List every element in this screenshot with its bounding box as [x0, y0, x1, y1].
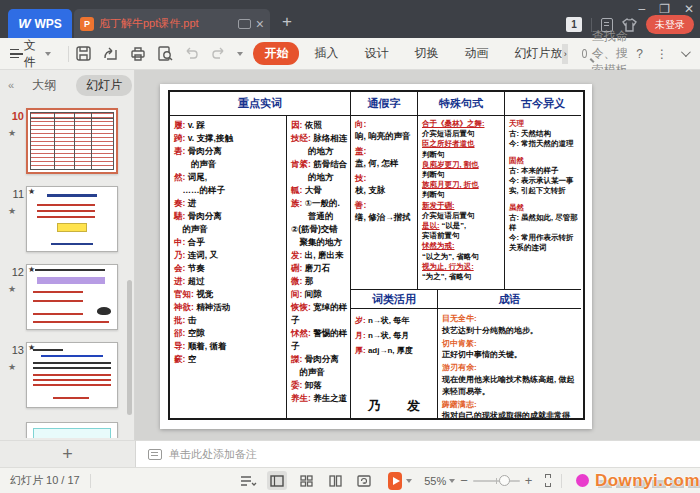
slide-number: 10: [4, 110, 24, 122]
sidebar-tabs: « 大纲 幻灯片: [0, 70, 134, 100]
slide-thumbnail-preview[interactable]: ★: [26, 264, 118, 330]
zoom-slider[interactable]: [473, 480, 520, 482]
slide-canvas[interactable]: 重点实词 通假字 特殊句式 古今异义 履: v. 踩踦: v. 支撑,接触砉: …: [136, 70, 700, 440]
entry: 族庖月更刀, 折也 判断句: [422, 180, 503, 200]
entry: 虽然 古: 虽然如此, 尽管那样 今: 常用作表示转折关系的连词: [509, 203, 580, 253]
entry: 然: 词尾, ……的样子: [174, 171, 285, 197]
document-tab[interactable]: P 庖丁解牛ppt课件.ppt ×: [74, 9, 270, 38]
file-menu-label: 文件: [24, 37, 40, 71]
entry: 踌躇满志: 指对自己的现状或取得的成就非常得意。: [442, 399, 579, 418]
ribbon-scroll-right-icon[interactable]: ›: [562, 44, 567, 64]
entry: 善: 缮, 修治→揩拭: [355, 200, 416, 223]
collapse-sidebar-icon[interactable]: «: [8, 79, 12, 91]
column-shici-2: 因: 依照技经: 脉络相连 的地方肯綮: 筋骨结合 的地方軱: 大骨族: ①一般…: [287, 116, 351, 418]
slide-thumbnail-preview[interactable]: ★: [26, 342, 118, 408]
table-header-tongjia: 通假字: [351, 92, 418, 116]
minimize-button[interactable]: –: [638, 2, 645, 16]
slide-thumbnail-preview[interactable]: ★: [26, 108, 118, 174]
entry: 砉: 骨肉分离 的声音: [174, 145, 285, 171]
maximize-button[interactable]: ❐: [659, 2, 670, 16]
search-icon: [582, 49, 587, 58]
slide-number: 11: [4, 188, 24, 200]
redo-icon[interactable]: [210, 45, 227, 62]
watermark-zone: Downyi.com: [576, 471, 700, 491]
play-options-icon[interactable]: [406, 479, 412, 483]
tab-close-icon[interactable]: ×: [256, 17, 264, 31]
wps-label: WPS: [34, 17, 61, 31]
undo-icon[interactable]: [183, 45, 200, 62]
entry: 軱: 大骨: [291, 184, 349, 197]
slide-thumbnail[interactable]: 10 ★ ★: [0, 102, 128, 180]
sidebar-scrollbar[interactable]: [127, 280, 132, 415]
tab-home[interactable]: 开始: [253, 42, 299, 65]
wps-home-tab[interactable]: W WPS: [8, 9, 72, 38]
entry: 盖: 盍, 何, 怎样: [355, 146, 416, 169]
entry: 向: 响, 响亮的声音: [355, 119, 416, 142]
animation-star-icon: ★: [8, 362, 16, 372]
slideshow-play-button[interactable]: [388, 472, 402, 490]
loop-playback-icon[interactable]: [354, 471, 374, 490]
entry: 月: n→状, 每月: [355, 328, 435, 343]
close-button[interactable]: ✕: [684, 2, 694, 16]
reading-view-icon[interactable]: [325, 471, 345, 490]
print-icon[interactable]: [129, 45, 146, 62]
huoyong-list: 岁: n→状, 每年月: n→状, 每月厚: adj→n, 厚度: [351, 309, 437, 358]
notes-toggle-icon[interactable]: [238, 471, 258, 490]
zoom-slider-midpoint: [496, 478, 497, 484]
save-icon[interactable]: [75, 45, 92, 62]
more-menu-icon[interactable]: ⋮: [656, 47, 668, 61]
login-button[interactable]: 未登录: [646, 15, 694, 34]
ppt-file-icon: P: [80, 17, 94, 31]
slide-thumbnail[interactable]: 13 ★ ★: [0, 336, 128, 414]
notes-bar[interactable]: 单击此处添加备注: [136, 440, 700, 467]
wps-presentation-window: W WPS P 庖丁解牛ppt课件.ppt × + – ❐ ✕ 1 未登录: [0, 0, 700, 493]
zoom-in-button[interactable]: +: [520, 473, 538, 488]
entry: 切中肯綮: 正好切中事情的关键。: [442, 338, 579, 362]
document-title: 庖丁解牛ppt课件.ppt: [99, 16, 233, 31]
zoom-level[interactable]: 55%: [424, 475, 455, 487]
slide-thumbnail-partial[interactable]: [0, 422, 128, 438]
entry: 乃: 连词, 又: [174, 249, 285, 262]
zoom-out-button[interactable]: −: [455, 473, 473, 488]
tab-transition[interactable]: 切换: [403, 42, 449, 65]
tab-insert[interactable]: 插入: [303, 42, 349, 65]
entry: 天理 古: 天然结构 今: 常指天然的道理: [509, 119, 580, 149]
entry: 怵然: 警惕的样子: [291, 327, 349, 353]
entry: 进: 超过: [174, 275, 285, 288]
add-slide-button[interactable]: +: [62, 446, 73, 462]
slide-sorter-icon[interactable]: [296, 471, 316, 490]
notes-placeholder: 单击此处添加备注: [169, 447, 257, 462]
current-slide[interactable]: 重点实词 通假字 特殊句式 古今异义 履: v. 踩踦: v. 支撑,接触砉: …: [160, 84, 592, 429]
entry: 发: 出, 磨出来: [291, 249, 349, 262]
column-gujin: 天理 古: 天然结构 今: 常指天然的道理固然 古: 本来的样子 今: 表示承认…: [505, 116, 581, 290]
slide-thumbnail-preview[interactable]: ★: [26, 186, 118, 252]
slide-thumbnail[interactable]: 12 ★ ★: [0, 258, 128, 336]
entry: 间: 间隙: [291, 288, 349, 301]
help-icon[interactable]: ?: [636, 47, 643, 61]
message-count-badge[interactable]: 1: [566, 17, 582, 32]
tab-animation[interactable]: 动画: [453, 42, 499, 65]
print-preview-icon[interactable]: [156, 45, 173, 62]
zoom-slider-handle[interactable]: [499, 475, 510, 486]
table-header-gujin: 古今异义: [505, 92, 581, 116]
tab-slideshow[interactable]: 幻灯片放: [503, 42, 564, 65]
collapse-ribbon-icon[interactable]: [681, 47, 691, 57]
promo-dot-icon[interactable]: [576, 474, 589, 487]
tab-outline[interactable]: 大纲: [22, 75, 66, 96]
entry: 謋: 骨肉分离 的声音: [291, 353, 349, 379]
entry: 技: 枝, 支脉: [355, 173, 416, 196]
file-menu[interactable]: 文件: [0, 37, 61, 71]
entry: 游刃有余: 现在使用他来比喻技术熟练高超, 做起来轻而易举。: [442, 362, 579, 397]
entry: 微: 那: [291, 275, 349, 288]
tab-design[interactable]: 设计: [353, 42, 399, 65]
slide-thumbnail[interactable]: 11 ★ ★: [0, 180, 128, 258]
export-icon[interactable]: [102, 45, 119, 62]
tab-slides[interactable]: 幻灯片: [76, 75, 132, 96]
new-tab-button[interactable]: +: [282, 12, 292, 32]
tab-pin-icon[interactable]: [238, 19, 251, 29]
normal-view-icon[interactable]: [267, 471, 287, 490]
entry: 神欲: 精神活动: [174, 301, 285, 314]
entry: 郤: 空隙: [174, 327, 285, 340]
toolbar-dropdown-icon[interactable]: [237, 52, 243, 56]
fit-to-window-button[interactable]: [545, 474, 551, 487]
